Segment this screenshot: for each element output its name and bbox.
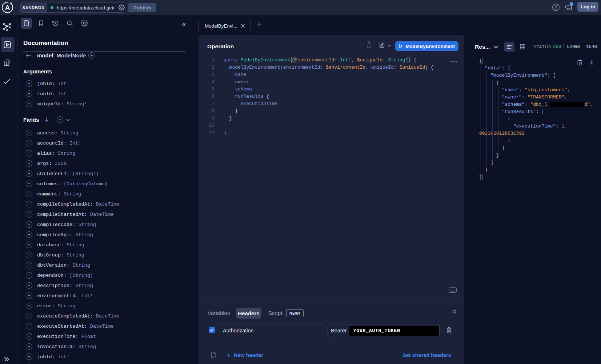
svg-text:?: ? (554, 5, 557, 10)
svg-text:A: A (5, 4, 10, 11)
